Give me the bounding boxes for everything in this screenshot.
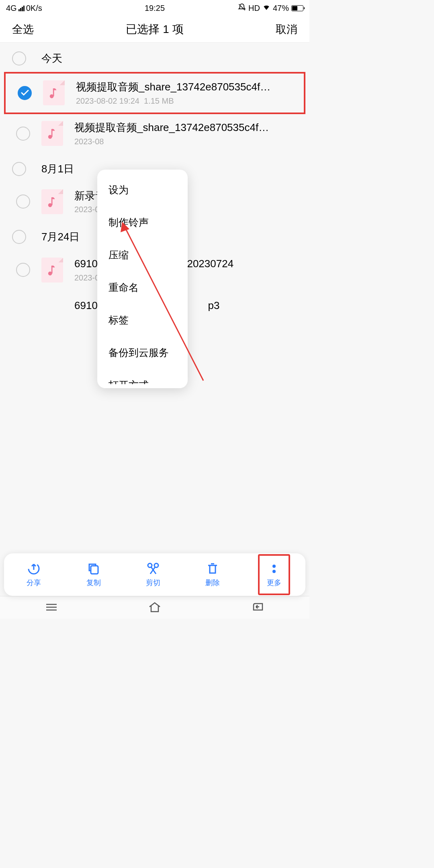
section-checkbox[interactable] [12, 230, 26, 244]
menu-set-as[interactable]: 设为 [97, 174, 188, 206]
select-all-button[interactable]: 全选 [12, 22, 34, 37]
music-file-icon [41, 189, 63, 214]
battery-percent: 47% [273, 4, 289, 13]
menu-backup-cloud[interactable]: 备份到云服务 [97, 336, 188, 369]
more-menu-popup: 设为 制作铃声 压缩 重命名 标签 备份到云服务 打开方式 [97, 170, 188, 388]
more-button[interactable]: 更多 [258, 554, 290, 595]
svg-rect-3 [51, 129, 53, 137]
system-nav-bar [0, 596, 309, 619]
section-header-today: 今天 [0, 43, 309, 72]
network-speed: 0K/s [26, 4, 42, 13]
file-meta: 2023-08-02 19:24 1.15 MB [76, 96, 292, 106]
file-item[interactable]: 视频提取音频_share_13742e870535c4f… 2023-08 [4, 114, 305, 153]
wifi-icon [262, 3, 270, 13]
file-checkbox[interactable] [16, 127, 30, 141]
cut-button[interactable]: 剪切 [146, 562, 160, 588]
menu-make-ringtone[interactable]: 制作铃声 [97, 206, 188, 239]
section-title: 今天 [41, 51, 62, 66]
svg-rect-1 [53, 89, 54, 96]
file-checkbox[interactable] [16, 263, 30, 277]
hd-indicator: HD [248, 4, 260, 13]
copy-icon [87, 562, 100, 575]
svg-point-13 [154, 563, 158, 567]
copy-button[interactable]: 复制 [86, 562, 101, 588]
share-button[interactable]: 分享 [27, 562, 41, 588]
more-label: 更多 [267, 578, 281, 588]
svg-rect-7 [51, 266, 53, 273]
music-file-icon [43, 80, 65, 105]
music-file-icon [41, 258, 63, 283]
menu-compress[interactable]: 压缩 [97, 239, 188, 271]
delete-label: 删除 [205, 578, 220, 588]
status-left: 4G 0K/s [6, 4, 42, 13]
more-icon [267, 562, 281, 575]
file-name: 视频提取音频_share_13742e870535c4f… [76, 80, 292, 94]
section-checkbox[interactable] [12, 162, 26, 176]
section-checkbox[interactable] [12, 51, 26, 66]
cancel-button[interactable]: 取消 [276, 22, 297, 37]
file-name: 视频提取音频_share_13742e870535c4f… [74, 121, 293, 135]
share-icon [27, 562, 41, 575]
battery-icon [291, 5, 303, 11]
file-checkbox[interactable] [18, 86, 32, 100]
menu-tags[interactable]: 标签 [97, 304, 188, 336]
back-button[interactable] [251, 601, 265, 614]
svg-rect-11 [91, 566, 98, 574]
file-checkbox[interactable] [16, 194, 30, 209]
share-label: 分享 [27, 578, 41, 588]
menu-rename[interactable]: 重命名 [97, 271, 188, 304]
network-type: 4G [6, 4, 17, 13]
status-bar: 4G 0K/s 19:25 HD 47% [0, 0, 309, 16]
selection-title: 已选择 1 项 [126, 22, 183, 37]
mute-icon [238, 3, 246, 13]
menu-open-with[interactable]: 打开方式 [97, 369, 188, 384]
clock: 19:25 [145, 4, 165, 13]
file-info: 视频提取音频_share_13742e870535c4f… 2023-08-02… [76, 80, 292, 106]
recents-button[interactable] [45, 601, 58, 614]
music-file-icon [41, 121, 63, 146]
cut-icon [146, 562, 160, 575]
svg-rect-5 [51, 197, 53, 205]
file-info: 视频提取音频_share_13742e870535c4f… 2023-08 [74, 121, 293, 146]
selection-bar: 全选 已选择 1 项 取消 [0, 16, 309, 43]
file-meta: 2023-08 [74, 137, 293, 146]
signal-icon [18, 5, 25, 11]
delete-icon [206, 562, 219, 575]
cut-label: 剪切 [146, 578, 160, 588]
section-title: 8月1日 [41, 162, 74, 176]
svg-point-12 [148, 563, 152, 567]
file-item[interactable]: 视频提取音频_share_13742e870535c4f… 2023-08-02… [4, 72, 305, 114]
delete-button[interactable]: 删除 [205, 562, 220, 588]
status-right: HD 47% [238, 3, 303, 13]
action-bar: 分享 复制 剪切 删除 更多 [4, 553, 305, 596]
copy-label: 复制 [86, 578, 101, 588]
section-title: 7月24日 [41, 230, 80, 244]
home-button[interactable] [148, 601, 162, 614]
